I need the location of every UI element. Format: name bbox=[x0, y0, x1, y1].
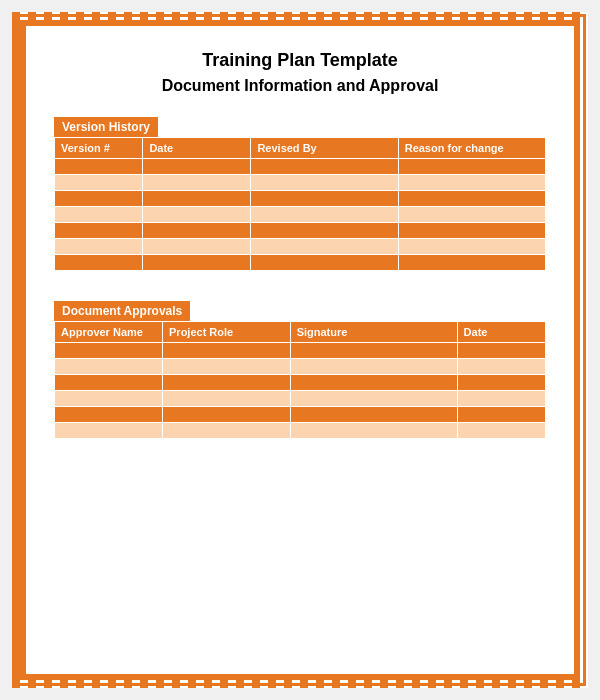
page-wrapper: Training Plan Template Document Informat… bbox=[20, 20, 580, 680]
da-col-role: Project Role bbox=[163, 322, 291, 343]
document-approvals-header: Approver Name Project Role Signature Dat… bbox=[55, 322, 546, 343]
da-col-approver: Approver Name bbox=[55, 322, 163, 343]
da-col-date: Date bbox=[457, 322, 545, 343]
vh-col-revised: Revised By bbox=[251, 138, 398, 159]
table-row bbox=[55, 423, 546, 439]
version-history-table: Version # Date Revised By Reason for cha… bbox=[54, 137, 546, 271]
page-title: Training Plan Template bbox=[54, 50, 546, 71]
table-row bbox=[55, 159, 546, 175]
version-history-section: Version History Version # Date Revised B… bbox=[54, 117, 546, 271]
document-approvals-table: Approver Name Project Role Signature Dat… bbox=[54, 321, 546, 439]
vh-col-version: Version # bbox=[55, 138, 143, 159]
table-row bbox=[55, 223, 546, 239]
version-history-header: Version # Date Revised By Reason for cha… bbox=[55, 138, 546, 159]
vh-col-date: Date bbox=[143, 138, 251, 159]
version-history-label: Version History bbox=[54, 117, 158, 137]
vh-col-reason: Reason for change bbox=[398, 138, 545, 159]
table-row bbox=[55, 239, 546, 255]
table-row bbox=[55, 359, 546, 375]
document-approvals-label: Document Approvals bbox=[54, 301, 190, 321]
table-row bbox=[55, 343, 546, 359]
table-row bbox=[55, 407, 546, 423]
table-row bbox=[55, 391, 546, 407]
table-row bbox=[55, 255, 546, 271]
table-row bbox=[55, 375, 546, 391]
table-row bbox=[55, 207, 546, 223]
table-row bbox=[55, 175, 546, 191]
document-approvals-section: Document Approvals Approver Name Project… bbox=[54, 301, 546, 439]
table-row bbox=[55, 191, 546, 207]
page-subtitle: Document Information and Approval bbox=[54, 77, 546, 95]
da-col-signature: Signature bbox=[290, 322, 457, 343]
